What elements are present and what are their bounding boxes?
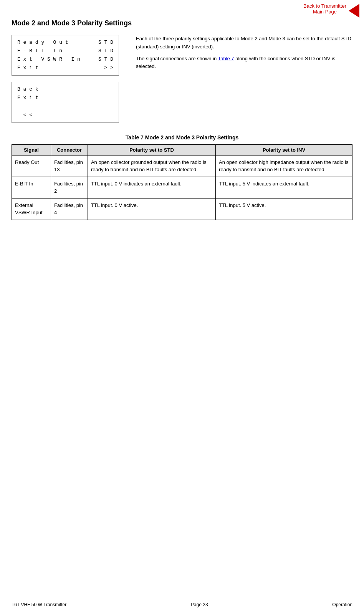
menu-row-3: E x t V S W R I n S T D — [17, 55, 113, 64]
table-row: E-BIT In Facilities, pin 2 TTL input. 0 … — [12, 177, 352, 198]
back-arrow-icon — [349, 4, 359, 18]
menu-row-2: E - B I T I n S T D — [17, 47, 113, 55]
menu-value-4: > > — [104, 64, 113, 72]
menu-value-1: S T D — [98, 38, 113, 47]
row3-connector: Facilities, pin 4 — [51, 198, 88, 220]
footer-right: Operation — [332, 602, 352, 607]
row3-signal: External VSWR Input — [12, 198, 51, 220]
menu-box-2: B a c k E x i t < < — [12, 82, 119, 122]
menu2-label-4 — [17, 112, 20, 118]
left-column: R e a d y O u t S T D E - B I T I n S T … — [12, 35, 127, 123]
col-connector: Connector — [51, 144, 88, 155]
row2-std: TTL input. 0 V indicates an external fau… — [88, 177, 215, 198]
description-para1: Each of the three polarity settings appl… — [136, 35, 352, 51]
row1-signal: Ready Out — [12, 155, 51, 177]
description-para2: The signal connections are shown in Tabl… — [136, 55, 352, 71]
main-content: Mode 2 and Mode 3 Polarity Settings R e … — [0, 0, 364, 232]
back-to-main-link[interactable]: Back to Transmitter Main Page — [303, 3, 346, 15]
menu2-row-2: E x i t — [17, 94, 113, 102]
row1-std: An open collector grounded output when t… — [88, 155, 215, 177]
menu-row-4: E x i t > > — [17, 64, 113, 72]
page-footer: T6T VHF 50 W Transmitter Page 23 Operati… — [0, 602, 364, 607]
table-section: Table 7 Mode 2 and Mode 3 Polarity Setti… — [12, 134, 352, 220]
back-line1: Back to Transmitter — [303, 3, 346, 9]
table7-link[interactable]: Table 7 — [218, 56, 234, 61]
right-column: Each of the three polarity settings appl… — [136, 35, 352, 123]
table-header-row: Signal Connector Polarity set to STD Pol… — [12, 144, 352, 155]
para2-prefix: The signal connections are shown in — [136, 56, 218, 61]
menu-row-1: R e a d y O u t S T D — [17, 38, 113, 47]
col-inv: Polarity set to INV — [216, 144, 352, 155]
menu2-row-4: < < — [17, 111, 113, 119]
top-section: R e a d y O u t S T D E - B I T I n S T … — [12, 35, 352, 123]
col-std: Polarity set to STD — [88, 144, 215, 155]
col-signal: Signal — [12, 144, 51, 155]
menu-value-2: S T D — [98, 47, 113, 55]
menu-value-3: S T D — [98, 55, 113, 64]
table-row: External VSWR Input Facilities, pin 4 TT… — [12, 198, 352, 220]
row1-connector: Facilities, pin 13 — [51, 155, 88, 177]
footer-left: T6T VHF 50 W Transmitter — [12, 602, 66, 607]
table-title: Table 7 Mode 2 and Mode 3 Polarity Setti… — [12, 134, 352, 141]
polarity-table: Signal Connector Polarity set to STD Pol… — [12, 144, 352, 220]
row3-std: TTL input. 0 V active. — [88, 198, 215, 220]
top-nav: Back to Transmitter Main Page — [299, 0, 364, 21]
footer-center: Page 23 — [191, 602, 208, 607]
row3-inv: TTL input. 5 V active. — [216, 198, 352, 220]
back-line2: Main Page — [313, 9, 337, 15]
menu2-row-1: B a c k — [17, 85, 113, 94]
menu2-label-1: B a c k — [17, 86, 38, 92]
menu-label-1: R e a d y O u t — [17, 38, 98, 47]
menu-box-1: R e a d y O u t S T D E - B I T I n S T … — [12, 35, 119, 76]
row1-inv: An open collector high impedance output … — [216, 155, 352, 177]
table-row: Ready Out Facilities, pin 13 An open col… — [12, 155, 352, 177]
menu-label-2: E - B I T I n — [17, 47, 98, 55]
menu2-label-3 — [17, 104, 20, 109]
menu-label-4: E x i t — [17, 64, 104, 72]
menu2-row-3 — [17, 103, 113, 111]
menu2-value-4: < < — [23, 112, 32, 118]
menu-label-3: E x t V S W R I n — [17, 55, 98, 64]
row2-signal: E-BIT In — [12, 177, 51, 198]
menu2-label-2: E x i t — [17, 95, 38, 101]
row2-inv: TTL input. 5 V indicates an external fau… — [216, 177, 352, 198]
row2-connector: Facilities, pin 2 — [51, 177, 88, 198]
